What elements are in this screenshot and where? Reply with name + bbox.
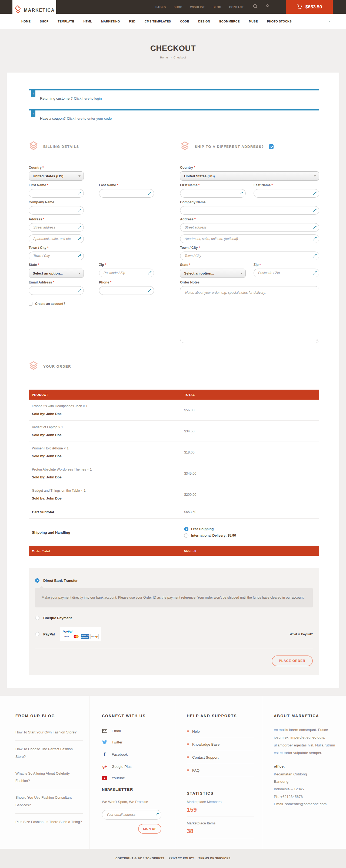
bank-transfer-radio[interactable] [35, 578, 39, 583]
order-total-row: Order Total $653.50 [29, 546, 319, 556]
top-nav-contact[interactable]: CONTACT [229, 5, 244, 9]
coupon-link[interactable]: Click here to enter your code [67, 117, 112, 121]
col-total: TOTAL [184, 393, 195, 396]
newsletter-email-input[interactable] [102, 810, 161, 819]
mastercard-icon: MasterCard [72, 634, 80, 639]
order-total-label: Order Total [32, 550, 50, 553]
breadcrumb-home[interactable]: Home [160, 56, 168, 59]
billing-country-label: Country* [29, 166, 154, 169]
social-link-twitter[interactable]: Twitter [102, 740, 167, 744]
billing-state-label: State* [29, 263, 84, 267]
nav-marketing[interactable]: MARKETING [101, 20, 120, 23]
paypal-label[interactable]: PayPal [43, 632, 55, 636]
blog-post-link[interactable]: Plus Size Fashion: Is There Such a Thing… [15, 813, 83, 830]
nav-template[interactable]: TEMPLATE [58, 20, 74, 23]
billing-company-input[interactable] [29, 206, 84, 215]
autofill-dart-icon [77, 254, 81, 258]
tag-icon [14, 5, 22, 15]
shipping-last-name-input[interactable] [253, 189, 319, 198]
bank-transfer-label[interactable]: Direct Bank Transfer [43, 579, 77, 583]
billing-state-select[interactable]: Select an option... [29, 269, 84, 278]
billing-town-input[interactable] [29, 251, 84, 260]
billing-email-input[interactable] [29, 286, 84, 295]
shipping-apartment-input[interactable] [180, 235, 319, 243]
product-seller: Sold by: John Doe [32, 497, 184, 500]
autofill-dart-icon [77, 237, 81, 241]
shipping-state-select[interactable]: Select an option... [180, 269, 246, 278]
statistics-heading: STATISTICS [187, 791, 254, 796]
cart-button[interactable]: $653.50 [286, 0, 333, 14]
billing-street-input[interactable] [29, 223, 84, 232]
billing-first-name-input[interactable] [29, 189, 84, 198]
blog-post-link[interactable]: How To Start Your Own Fashion Store? [15, 724, 83, 741]
order-row: iPhone 5s with Headphones Jack × 1 Sold … [29, 400, 319, 421]
blog-post-link[interactable]: How To Choose The Perfect Fashion Store? [15, 741, 83, 765]
shipping-company-input[interactable] [180, 206, 319, 215]
privacy-policy-link[interactable]: PRIVACY POLICY [169, 857, 194, 860]
social-link-youtube[interactable]: Youtube [102, 776, 167, 780]
create-account-checkbox[interactable] [29, 302, 32, 306]
nav-cms-templates[interactable]: CMS TEMPLATES [145, 20, 171, 23]
cheque-payment-radio[interactable] [35, 616, 39, 620]
contact-support-link[interactable]: Contact Support [187, 751, 254, 764]
nav-ecommerce[interactable]: ECOMMERCE [219, 20, 240, 23]
billing-phone-input[interactable] [99, 286, 154, 295]
free-shipping-radio[interactable] [184, 527, 188, 531]
search-icon[interactable] [253, 4, 258, 10]
nav-code[interactable]: CODE [180, 20, 189, 23]
shipping-first-name-input[interactable] [180, 189, 246, 198]
shipping-country-select[interactable]: United States (US) [180, 172, 319, 181]
place-order-button[interactable]: PLACE ORDER [272, 655, 313, 666]
billing-zip-input[interactable] [99, 269, 154, 277]
nav-html[interactable]: HTML [83, 20, 92, 23]
top-nav-wishlist[interactable]: WISHLIST [190, 5, 205, 9]
newsletter-tagline: We Won't Spam, We Promise [102, 800, 167, 804]
layers-icon [180, 141, 190, 152]
top-nav-pages[interactable]: PAGES [155, 5, 166, 9]
billing-last-name-input[interactable] [99, 189, 154, 198]
billing-apartment-input[interactable] [29, 235, 84, 243]
paypal-radio[interactable] [35, 632, 39, 636]
brand-logo[interactable]: MARKETICA [12, 0, 56, 20]
social-link-google-plus[interactable]: Google Plus [102, 764, 167, 769]
blog-post-link[interactable]: Should You Use Fashion Consultant Servic… [15, 789, 83, 813]
login-link[interactable]: Click here to login [74, 96, 102, 100]
nav-design[interactable]: DESIGN [198, 20, 210, 23]
social-link-facebook[interactable]: Facebook [102, 751, 167, 757]
knowledge-base-link[interactable]: Knowladge Base [187, 738, 254, 751]
top-nav-blog[interactable]: BLOG [212, 5, 221, 9]
breadcrumb-current: Checkout [174, 56, 186, 59]
terms-of-services-link[interactable]: TERMS OF SERVICES [198, 857, 230, 860]
subtotal-value: $653.50 [184, 510, 196, 514]
free-shipping-label[interactable]: Free Shipping [191, 527, 213, 531]
facebook-icon [102, 751, 107, 757]
ship-different-checkbox[interactable] [269, 144, 274, 149]
nav-overflow-icon[interactable]: » [328, 19, 330, 23]
social-link-email[interactable]: Email [102, 729, 167, 733]
shipping-street-input[interactable] [180, 223, 319, 232]
newsletter-signup-button[interactable]: SIGN UP [138, 824, 161, 834]
billing-country-select[interactable]: United States (US) [29, 172, 84, 181]
breadcrumb-separator: > [170, 56, 171, 59]
faq-link[interactable]: FAQ [187, 764, 254, 777]
shipping-town-input[interactable] [180, 251, 319, 260]
bullet-icon [187, 756, 189, 758]
cart-icon [297, 4, 303, 10]
billing-zip-label: Zip* [99, 263, 154, 267]
shipping-zip-input[interactable] [253, 269, 319, 277]
cheque-payment-label[interactable]: Cheque Payment [43, 616, 72, 620]
top-nav-shop[interactable]: SHOP [174, 5, 182, 9]
blog-post-link[interactable]: What is So Alluring About Celebrity Fash… [15, 765, 83, 789]
international-delivery-radio[interactable] [184, 533, 188, 538]
order-table-header: PRODUCT TOTAL [29, 390, 319, 400]
nav-psd[interactable]: PSD [129, 20, 136, 23]
international-delivery-label[interactable]: International Delivery: $5.90 [191, 534, 236, 537]
help-link[interactable]: Help [187, 725, 254, 738]
order-notes-textarea[interactable] [180, 286, 319, 343]
account-icon[interactable] [265, 4, 270, 10]
paypal-logo: PayPal [63, 630, 72, 633]
what-is-paypal-link[interactable]: What is PayPal? [290, 632, 313, 636]
nav-muse[interactable]: MUSE [249, 20, 258, 23]
resize-grip-icon[interactable] [315, 337, 318, 342]
nav-photo-stocks[interactable]: PHOTO STOCKS [267, 20, 292, 23]
